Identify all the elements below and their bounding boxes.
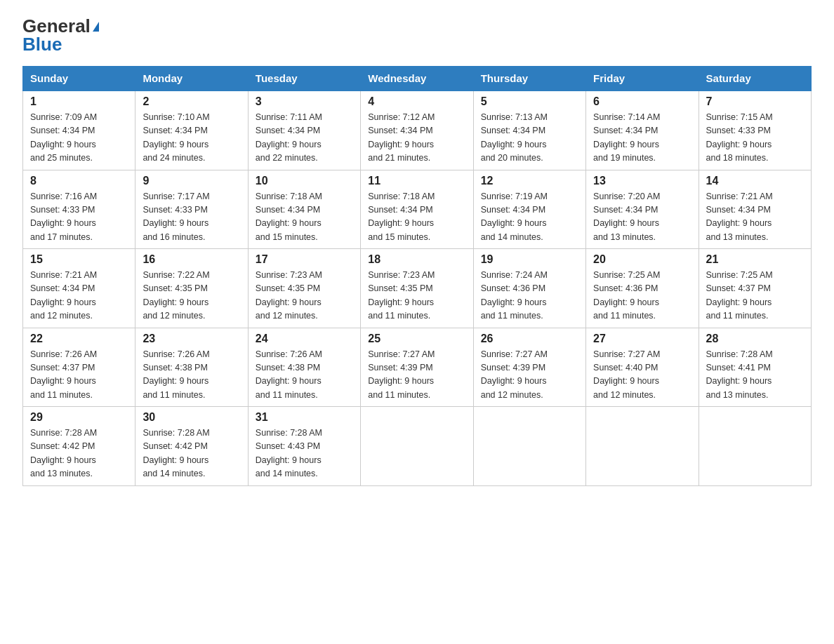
calendar-cell bbox=[361, 407, 473, 486]
calendar-cell: 3Sunrise: 7:11 AMSunset: 4:34 PMDaylight… bbox=[248, 90, 360, 170]
day-number: 15 bbox=[30, 253, 128, 266]
calendar-cell: 13Sunrise: 7:20 AMSunset: 4:34 PMDayligh… bbox=[586, 170, 699, 249]
day-info: Sunrise: 7:19 AMSunset: 4:34 PMDaylight:… bbox=[481, 190, 578, 245]
day-number: 25 bbox=[368, 333, 465, 345]
day-number: 10 bbox=[256, 175, 353, 187]
day-info: Sunrise: 7:13 AMSunset: 4:34 PMDaylight:… bbox=[481, 111, 578, 166]
header-tuesday: Tuesday bbox=[248, 67, 360, 91]
header-thursday: Thursday bbox=[473, 67, 585, 91]
day-info: Sunrise: 7:14 AMSunset: 4:34 PMDaylight:… bbox=[593, 111, 691, 166]
header-monday: Monday bbox=[135, 67, 248, 91]
calendar-table: SundayMondayTuesdayWednesdayThursdayFrid… bbox=[22, 66, 812, 486]
calendar-week-5: 29Sunrise: 7:28 AMSunset: 4:42 PMDayligh… bbox=[23, 407, 812, 486]
day-info: Sunrise: 7:10 AMSunset: 4:34 PMDaylight:… bbox=[143, 111, 240, 166]
day-number: 11 bbox=[368, 175, 465, 187]
day-info: Sunrise: 7:12 AMSunset: 4:34 PMDaylight:… bbox=[368, 111, 465, 166]
calendar-cell: 4Sunrise: 7:12 AMSunset: 4:34 PMDaylight… bbox=[361, 90, 473, 170]
day-number: 8 bbox=[30, 175, 128, 187]
day-number: 16 bbox=[143, 253, 240, 266]
calendar-cell: 18Sunrise: 7:23 AMSunset: 4:35 PMDayligh… bbox=[361, 249, 473, 328]
calendar-cell: 23Sunrise: 7:26 AMSunset: 4:38 PMDayligh… bbox=[135, 328, 248, 407]
day-info: Sunrise: 7:26 AMSunset: 4:37 PMDaylight:… bbox=[30, 348, 128, 403]
calendar-cell: 5Sunrise: 7:13 AMSunset: 4:34 PMDaylight… bbox=[473, 90, 585, 170]
day-number: 13 bbox=[593, 175, 691, 187]
calendar-cell: 29Sunrise: 7:28 AMSunset: 4:42 PMDayligh… bbox=[23, 407, 135, 486]
calendar-cell: 12Sunrise: 7:19 AMSunset: 4:34 PMDayligh… bbox=[473, 170, 585, 249]
day-info: Sunrise: 7:18 AMSunset: 4:34 PMDaylight:… bbox=[368, 190, 465, 245]
calendar-cell: 31Sunrise: 7:28 AMSunset: 4:43 PMDayligh… bbox=[248, 407, 360, 486]
day-info: Sunrise: 7:28 AMSunset: 4:41 PMDaylight:… bbox=[706, 348, 804, 403]
day-info: Sunrise: 7:25 AMSunset: 4:36 PMDaylight:… bbox=[593, 269, 691, 323]
calendar-cell: 14Sunrise: 7:21 AMSunset: 4:34 PMDayligh… bbox=[699, 170, 811, 249]
day-number: 3 bbox=[256, 95, 353, 108]
day-number: 1 bbox=[30, 95, 128, 108]
day-number: 12 bbox=[481, 175, 578, 187]
calendar-cell: 1Sunrise: 7:09 AMSunset: 4:34 PMDaylight… bbox=[23, 90, 135, 170]
logo-blue-text: Blue bbox=[22, 35, 62, 53]
day-info: Sunrise: 7:28 AMSunset: 4:43 PMDaylight:… bbox=[256, 427, 353, 481]
calendar-cell: 19Sunrise: 7:24 AMSunset: 4:36 PMDayligh… bbox=[473, 249, 585, 328]
calendar-cell bbox=[473, 407, 585, 486]
day-info: Sunrise: 7:28 AMSunset: 4:42 PMDaylight:… bbox=[30, 427, 128, 481]
calendar-cell: 24Sunrise: 7:26 AMSunset: 4:38 PMDayligh… bbox=[248, 328, 360, 407]
day-info: Sunrise: 7:17 AMSunset: 4:33 PMDaylight:… bbox=[143, 190, 240, 245]
calendar-cell: 17Sunrise: 7:23 AMSunset: 4:35 PMDayligh… bbox=[248, 249, 360, 328]
day-info: Sunrise: 7:16 AMSunset: 4:33 PMDaylight:… bbox=[30, 190, 128, 245]
day-info: Sunrise: 7:15 AMSunset: 4:33 PMDaylight:… bbox=[706, 111, 804, 166]
day-number: 2 bbox=[143, 95, 240, 108]
day-info: Sunrise: 7:23 AMSunset: 4:35 PMDaylight:… bbox=[368, 269, 465, 323]
day-info: Sunrise: 7:26 AMSunset: 4:38 PMDaylight:… bbox=[256, 348, 353, 403]
day-info: Sunrise: 7:24 AMSunset: 4:36 PMDaylight:… bbox=[481, 269, 578, 323]
calendar-cell: 30Sunrise: 7:28 AMSunset: 4:42 PMDayligh… bbox=[135, 407, 248, 486]
day-info: Sunrise: 7:09 AMSunset: 4:34 PMDaylight:… bbox=[30, 111, 128, 166]
calendar-cell: 6Sunrise: 7:14 AMSunset: 4:34 PMDaylight… bbox=[586, 90, 699, 170]
day-info: Sunrise: 7:25 AMSunset: 4:37 PMDaylight:… bbox=[706, 269, 804, 323]
day-number: 23 bbox=[143, 333, 240, 345]
day-number: 4 bbox=[368, 95, 465, 108]
header-wednesday: Wednesday bbox=[361, 67, 473, 91]
calendar-cell: 20Sunrise: 7:25 AMSunset: 4:36 PMDayligh… bbox=[586, 249, 699, 328]
calendar-cell bbox=[586, 407, 699, 486]
calendar-cell: 16Sunrise: 7:22 AMSunset: 4:35 PMDayligh… bbox=[135, 249, 248, 328]
day-number: 18 bbox=[368, 253, 465, 266]
day-number: 14 bbox=[706, 175, 804, 187]
day-number: 19 bbox=[481, 253, 578, 266]
calendar-week-1: 1Sunrise: 7:09 AMSunset: 4:34 PMDaylight… bbox=[23, 90, 812, 170]
logo-triangle-icon bbox=[93, 22, 99, 32]
day-info: Sunrise: 7:27 AMSunset: 4:39 PMDaylight:… bbox=[368, 348, 465, 403]
day-info: Sunrise: 7:11 AMSunset: 4:34 PMDaylight:… bbox=[256, 111, 353, 166]
day-info: Sunrise: 7:27 AMSunset: 4:40 PMDaylight:… bbox=[593, 348, 691, 403]
calendar-cell: 15Sunrise: 7:21 AMSunset: 4:34 PMDayligh… bbox=[23, 249, 135, 328]
calendar-cell bbox=[699, 407, 811, 486]
day-info: Sunrise: 7:18 AMSunset: 4:34 PMDaylight:… bbox=[256, 190, 353, 245]
calendar-cell: 25Sunrise: 7:27 AMSunset: 4:39 PMDayligh… bbox=[361, 328, 473, 407]
calendar-cell: 27Sunrise: 7:27 AMSunset: 4:40 PMDayligh… bbox=[586, 328, 699, 407]
calendar-cell: 26Sunrise: 7:27 AMSunset: 4:39 PMDayligh… bbox=[473, 328, 585, 407]
page-header: General Blue bbox=[22, 17, 812, 53]
header-friday: Friday bbox=[586, 67, 699, 91]
calendar-cell: 2Sunrise: 7:10 AMSunset: 4:34 PMDaylight… bbox=[135, 90, 248, 170]
day-number: 22 bbox=[30, 333, 128, 345]
day-number: 27 bbox=[593, 333, 691, 345]
calendar-cell: 9Sunrise: 7:17 AMSunset: 4:33 PMDaylight… bbox=[135, 170, 248, 249]
day-info: Sunrise: 7:23 AMSunset: 4:35 PMDaylight:… bbox=[256, 269, 353, 323]
calendar-cell: 11Sunrise: 7:18 AMSunset: 4:34 PMDayligh… bbox=[361, 170, 473, 249]
day-number: 24 bbox=[256, 333, 353, 345]
calendar-cell: 22Sunrise: 7:26 AMSunset: 4:37 PMDayligh… bbox=[23, 328, 135, 407]
calendar-cell: 8Sunrise: 7:16 AMSunset: 4:33 PMDaylight… bbox=[23, 170, 135, 249]
day-number: 7 bbox=[706, 95, 804, 108]
day-number: 17 bbox=[256, 253, 353, 266]
day-info: Sunrise: 7:27 AMSunset: 4:39 PMDaylight:… bbox=[481, 348, 578, 403]
day-number: 20 bbox=[593, 253, 691, 266]
day-number: 30 bbox=[143, 411, 240, 424]
day-number: 31 bbox=[256, 411, 353, 424]
day-info: Sunrise: 7:21 AMSunset: 4:34 PMDaylight:… bbox=[706, 190, 804, 245]
calendar-week-2: 8Sunrise: 7:16 AMSunset: 4:33 PMDaylight… bbox=[23, 170, 812, 249]
day-info: Sunrise: 7:21 AMSunset: 4:34 PMDaylight:… bbox=[30, 269, 128, 323]
day-info: Sunrise: 7:22 AMSunset: 4:35 PMDaylight:… bbox=[143, 269, 240, 323]
logo-general-text: General bbox=[22, 17, 91, 35]
calendar-week-4: 22Sunrise: 7:26 AMSunset: 4:37 PMDayligh… bbox=[23, 328, 812, 407]
day-number: 9 bbox=[143, 175, 240, 187]
day-info: Sunrise: 7:26 AMSunset: 4:38 PMDaylight:… bbox=[143, 348, 240, 403]
day-number: 6 bbox=[593, 95, 691, 108]
